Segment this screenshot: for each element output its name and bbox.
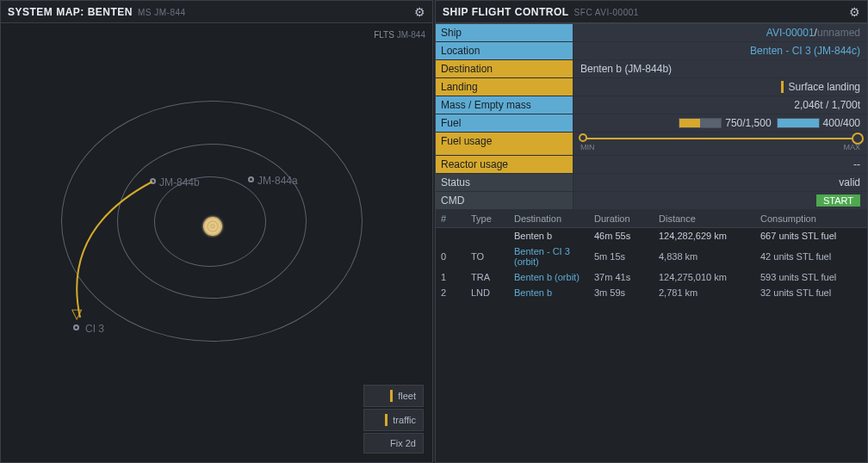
label-fuel-usage: Fuel usage [436, 133, 574, 156]
system-map-header: SYSTEM MAP: BENTEN MS JM-844 ⚙ [1, 1, 432, 23]
value-cmd: START [574, 192, 867, 210]
label-cmd: CMD [436, 192, 574, 210]
body-marker-a[interactable] [248, 176, 254, 182]
label-ship: Ship [436, 24, 574, 42]
value-reactor: -- [574, 156, 867, 174]
ship-name: unnamed [817, 27, 860, 39]
flight-subtitle: SFC AVI-00001 [574, 8, 639, 17]
gear-icon[interactable]: ⚙ [414, 5, 425, 19]
gear-icon[interactable]: ⚙ [849, 5, 860, 19]
slider-handle-icon[interactable] [852, 133, 864, 145]
label-mass: Mass / Empty mass [436, 96, 574, 114]
route-dest-link[interactable]: Benten b [509, 228, 589, 244]
route-dest-link[interactable]: Benten - CI 3 (orbit) [509, 244, 589, 269]
info-grid: Ship AVI-00001 / unnamed Location Benten… [436, 23, 867, 210]
label-location: Location [436, 42, 574, 60]
table-row[interactable]: Benten b46m 55s124,282,629 km667 units S… [436, 228, 867, 244]
system-map-subtitle: MS JM-844 [138, 8, 186, 17]
fuel-bar-ftl: 400/400 [777, 117, 860, 129]
flight-control-panel: SHIP FLIGHT CONTROL SFC AVI-00001 ⚙ Ship… [435, 0, 868, 463]
fuel-usage-slider[interactable]: MINMAX [574, 133, 867, 156]
table-row[interactable]: 0TOBenten - CI 3 (orbit)5m 15s4,838 km42… [436, 244, 867, 269]
flts-indicator: FLTS JM-844 [374, 30, 425, 40]
body-label-b: JM-844b [159, 176, 200, 188]
system-map-panel: SYSTEM MAP: BENTEN MS JM-844 ⚙ FLTS JM-8… [0, 0, 433, 463]
start-button[interactable]: START [816, 194, 860, 207]
value-ship: AVI-00001 / unnamed [574, 24, 867, 42]
flight-title: SHIP FLIGHT CONTROL [443, 6, 569, 18]
ship-id-link[interactable]: AVI-00001 [766, 27, 815, 39]
location-link[interactable]: Benten - CI 3 (JM-844c) [750, 45, 860, 57]
body-marker-ci3[interactable] [73, 324, 79, 330]
fuel-bar-stl: 750/1,500 [679, 117, 771, 129]
value-location: Benten - CI 3 (JM-844c) [574, 42, 867, 60]
flight-header: SHIP FLIGHT CONTROL SFC AVI-00001 ⚙ [436, 1, 867, 23]
ship-marker-icon[interactable]: ▽ [71, 306, 82, 322]
map-toggles: fleet traffic Fix 2d [363, 385, 424, 454]
route-dest-link[interactable]: Benten b (orbit) [509, 269, 589, 285]
body-marker-b[interactable] [150, 178, 156, 184]
value-mass: 2,046t / 1,700t [574, 96, 867, 114]
label-status: Status [436, 174, 574, 192]
orbit-ci3 [61, 101, 363, 342]
value-destination[interactable]: Benten b (JM-844b) [574, 60, 867, 78]
value-status: valid [574, 174, 867, 192]
body-label-a: JM-844a [257, 175, 298, 187]
label-fuel: Fuel [436, 114, 574, 133]
table-row[interactable]: 1TRABenten b (orbit)37m 41s124,275,010 k… [436, 269, 867, 285]
body-label-ci3: CI 3 [85, 323, 104, 335]
route-dest-link[interactable]: Benten b [509, 285, 589, 300]
label-landing: Landing [436, 78, 574, 96]
label-destination: Destination [436, 60, 574, 78]
route-table: # Type Destination Duration Distance Con… [436, 210, 867, 300]
value-landing[interactable]: Surface landing [574, 78, 867, 96]
map-viewport[interactable]: FLTS JM-844 JM-844a JM-844b ▽ CI 3 fleet… [1, 23, 432, 462]
system-map-title: SYSTEM MAP: BENTEN [8, 6, 133, 18]
toggle-fleet[interactable]: fleet [363, 385, 424, 407]
label-reactor: Reactor usage [436, 156, 574, 174]
table-row[interactable]: 2LNDBenten b3m 59s2,781 km32 units STL f… [436, 285, 867, 300]
value-fuel: 750/1,500 400/400 [574, 114, 867, 133]
toggle-fix2d[interactable]: Fix 2d [363, 433, 424, 454]
table-header-row: # Type Destination Duration Distance Con… [436, 210, 867, 228]
toggle-traffic[interactable]: traffic [363, 409, 424, 431]
